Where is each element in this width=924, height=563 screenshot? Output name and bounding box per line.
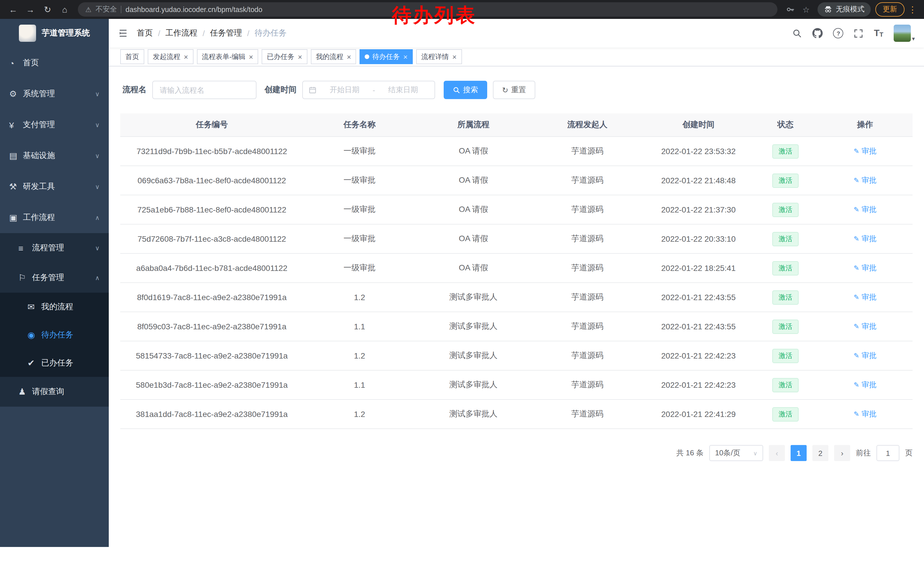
sidebar-item-my-processes[interactable]: ✉ 我的流程 [0, 293, 109, 321]
browser-menu-icon[interactable]: ⋮ [907, 4, 918, 15]
close-icon[interactable]: × [184, 53, 188, 60]
close-icon[interactable]: × [452, 53, 456, 60]
avatar[interactable] [894, 25, 911, 42]
browser-back-icon[interactable]: ← [6, 2, 21, 17]
sidebar-collapse-button[interactable] [118, 28, 128, 38]
status-badge: 激活 [772, 232, 799, 246]
incognito-label: 无痕模式 [836, 5, 864, 14]
app-logo[interactable]: 芋道管理系统 [0, 19, 109, 48]
approve-button[interactable]: ✎审批 [854, 380, 876, 390]
reset-button[interactable]: ↻ 重置 [493, 81, 535, 99]
breadcrumb-task-management[interactable]: 任务管理 [210, 28, 242, 38]
sidebar-item-infrastructure[interactable]: ▤ 基础设施 ∨ [0, 140, 109, 171]
cell-initiator: 芋道源码 [531, 195, 644, 224]
approve-button[interactable]: ✎审批 [854, 409, 876, 419]
font-size-icon[interactable]: TT [874, 29, 884, 38]
calendar-icon [309, 86, 316, 94]
edit-icon: ✎ [854, 206, 859, 214]
table-row: 75d72608-7b7f-11ec-a3c8-acde48001122 一级审… [120, 224, 912, 254]
sidebar-item-system-management[interactable]: ⚙ 系统管理 ∨ [0, 78, 109, 110]
sidebar-item-dashboard[interactable]: ◔ 首页 [0, 48, 109, 78]
approve-label: 审批 [862, 146, 876, 156]
col-created: 创建时间 [644, 113, 753, 137]
status-badge: 激活 [772, 203, 799, 217]
close-icon[interactable]: × [249, 53, 253, 60]
edit-icon: ✎ [854, 410, 859, 418]
search-button[interactable]: 搜索 [444, 81, 487, 99]
reset-label: 重置 [511, 85, 526, 95]
sidebar-item-label: 请假查询 [32, 387, 100, 397]
browser-home-icon[interactable]: ⌂ [57, 2, 72, 17]
sidebar-item-dev-tools[interactable]: ⚒ 研发工具 ∨ [0, 171, 109, 202]
table-row: 580e1b3d-7ac8-11ec-a9e2-a2380e71991a 1.1… [120, 370, 912, 399]
sidebar-item-done-tasks[interactable]: ✔ 已办任务 [0, 349, 109, 377]
goto-suffix: 页 [905, 448, 912, 458]
prev-page-button[interactable]: ‹ [769, 445, 785, 461]
cell-initiator: 芋道源码 [531, 166, 644, 195]
sidebar-item-process-management[interactable]: ≡ 流程管理 ∨ [0, 233, 109, 263]
close-icon[interactable]: × [404, 53, 408, 60]
approve-button[interactable]: ✎审批 [854, 175, 876, 186]
github-icon[interactable] [813, 28, 823, 38]
chevron-up-icon: ∧ [95, 274, 100, 281]
status-badge: 激活 [772, 290, 799, 305]
next-page-button[interactable]: › [834, 445, 850, 461]
browser-forward-icon[interactable]: → [23, 2, 38, 17]
sidebar-item-payment-management[interactable]: ¥ 支付管理 ∨ [0, 110, 109, 140]
tab-process-detail[interactable]: 流程详情 × [416, 49, 462, 64]
tab-process-form-edit[interactable]: 流程表单-编辑 × [196, 49, 258, 64]
tab-my-processes[interactable]: 我的流程 × [311, 49, 356, 64]
process-name-input[interactable] [152, 81, 256, 99]
breadcrumb-workflow[interactable]: 工作流程 [165, 28, 198, 38]
approve-button[interactable]: ✎审批 [854, 350, 876, 361]
approve-button[interactable]: ✎审批 [854, 204, 876, 215]
tab-todo-tasks[interactable]: 待办任务 × [360, 49, 413, 64]
page-button-2[interactable]: 2 [812, 445, 828, 461]
key-icon[interactable] [783, 3, 797, 17]
breadcrumb-home[interactable]: 首页 [137, 28, 153, 38]
cell-process: 测试多审批人 [416, 399, 531, 429]
cell-process: OA 请假 [416, 224, 531, 254]
cell-status: 激活 [753, 254, 818, 283]
tab-home[interactable]: 首页 [120, 49, 144, 64]
close-icon[interactable]: × [298, 53, 302, 60]
approve-button[interactable]: ✎审批 [854, 146, 876, 156]
page-size-select[interactable]: 10条/页 ∨ [710, 445, 763, 461]
page-button-1[interactable]: 1 [790, 445, 807, 461]
cell-task-id: 069c6a63-7b8a-11ec-8ef0-acde48001122 [120, 166, 303, 195]
cell-task-name: 一级审批 [303, 137, 416, 166]
fullscreen-icon[interactable] [854, 29, 864, 38]
update-button[interactable]: 更新 [875, 2, 904, 17]
approve-button[interactable]: ✎审批 [854, 321, 876, 332]
approve-button[interactable]: ✎审批 [854, 263, 876, 273]
tab-initiate-process[interactable]: 发起流程 × [148, 49, 193, 64]
star-icon[interactable]: ☆ [799, 3, 813, 17]
approve-label: 审批 [862, 175, 876, 186]
sidebar-item-label: 基础设施 [23, 151, 92, 161]
approve-button[interactable]: ✎审批 [854, 292, 876, 302]
edit-icon: ✎ [854, 381, 859, 389]
address-bar[interactable]: ⚠ 不安全 dashboard.yudao.iocoder.cn/bpm/tas… [78, 2, 777, 17]
sidebar-item-leave-query[interactable]: ♟ 请假查询 [0, 377, 109, 407]
col-task-name: 任务名称 [303, 113, 416, 137]
user-avatar[interactable]: ▾ [894, 25, 915, 42]
tab-done-tasks[interactable]: 已办任务 × [262, 49, 307, 64]
sidebar-item-task-management[interactable]: ⚐ 任务管理 ∧ [0, 263, 109, 293]
help-icon[interactable]: ? [833, 28, 844, 38]
goto-page-input[interactable] [876, 445, 899, 461]
top-navbar: 首页 / 工作流程 / 任务管理 / 待办任务 [109, 19, 924, 48]
table-row: 8f0d1619-7ac8-11ec-a9e2-a2380e71991a 1.2… [120, 283, 912, 312]
sidebar-item-workflow[interactable]: ▣ 工作流程 ∧ [0, 202, 109, 233]
cell-initiator: 芋道源码 [531, 399, 644, 429]
browser-refresh-icon[interactable]: ↻ [40, 2, 55, 17]
cell-task-id: 725a1eb6-7b88-11ec-8ef0-acde48001122 [120, 195, 303, 224]
cell-process: 测试多审批人 [416, 283, 531, 312]
approve-button[interactable]: ✎审批 [854, 234, 876, 244]
date-range-picker[interactable]: 开始日期 - 结束日期 [302, 81, 435, 99]
search-icon[interactable] [793, 29, 802, 38]
close-icon[interactable]: × [347, 53, 351, 60]
cell-actions: ✎审批 [818, 224, 912, 254]
approve-label: 审批 [862, 409, 876, 419]
sidebar-item-todo-tasks[interactable]: ◉ 待办任务 [0, 321, 109, 349]
navbar-tools: ? TT ▾ [793, 25, 915, 42]
